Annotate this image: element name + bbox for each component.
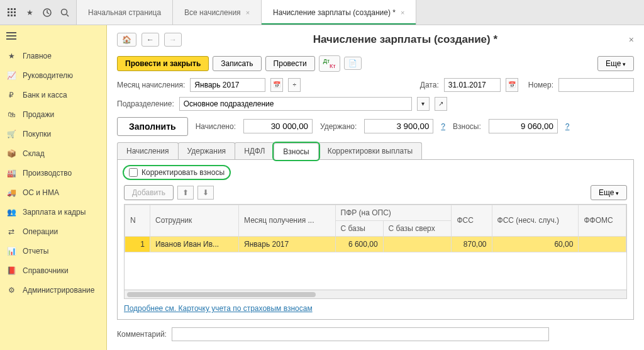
post-button[interactable]: Провести [265, 56, 315, 71]
sidebar-item-payroll[interactable]: 👥Зарплата и кадры [0, 203, 106, 222]
truck-icon: 🚚 [6, 188, 16, 198]
accrued-field[interactable] [243, 119, 313, 133]
tab-corrections[interactable]: Корректировки выплаты [318, 142, 422, 159]
more-button[interactable]: Еще [597, 56, 634, 71]
tab-contributions[interactable]: Взносы [274, 143, 318, 160]
table-row-empty [125, 252, 626, 290]
move-down-icon[interactable]: ⬇ [197, 186, 214, 200]
apps-icon[interactable] [6, 7, 18, 18]
tab-ndfl[interactable]: НДФЛ [235, 142, 274, 159]
close-icon[interactable]: × [629, 35, 634, 45]
open-icon[interactable]: ↗ [435, 97, 447, 111]
people-icon: 👥 [6, 207, 16, 217]
history-icon[interactable] [42, 7, 53, 18]
sidebar-item-purchases[interactable]: 🛒Покупки [0, 125, 106, 144]
col-employee: Сотрудник [150, 205, 239, 236]
sidebar-item-bank[interactable]: ₽Банк и касса [0, 86, 106, 105]
svg-rect-1 [11, 8, 13, 10]
spinner-icon[interactable]: ÷ [288, 78, 301, 92]
svg-rect-2 [14, 8, 16, 10]
dtkt-icon[interactable]: ДтКт [319, 55, 340, 72]
number-label: Номер: [528, 81, 553, 89]
comment-input[interactable] [172, 327, 549, 341]
svg-rect-5 [14, 11, 16, 13]
svg-rect-3 [8, 11, 9, 13]
withheld-field[interactable] [364, 119, 433, 133]
write-button[interactable]: Записать [213, 56, 261, 71]
svg-rect-4 [11, 11, 13, 13]
svg-rect-7 [11, 14, 13, 16]
svg-rect-8 [14, 14, 16, 16]
sidebar-item-reports[interactable]: 📊Отчеты [0, 242, 106, 261]
tab-accruals[interactable]: Начисления [117, 142, 179, 159]
dropdown-icon[interactable]: ▾ [417, 97, 430, 111]
tab-all-accruals[interactable]: Все начисления× [172, 0, 262, 25]
col-month: Месяц получения ... [239, 205, 336, 236]
gear-icon: ⚙ [6, 285, 16, 295]
date-input[interactable] [444, 78, 501, 92]
forward-button[interactable]: → [164, 33, 182, 47]
print-icon[interactable]: 📄 [344, 57, 362, 70]
dept-input[interactable] [179, 97, 412, 111]
tab-label: Начисление зарплаты (создание) * [273, 8, 396, 17]
bag-icon: 🛍 [6, 110, 16, 120]
sidebar-item-operations[interactable]: ⇄Операции [0, 222, 106, 242]
factory-icon: 🏭 [6, 168, 16, 178]
svg-rect-11 [6, 32, 16, 33]
contributions-table[interactable]: N Сотрудник Месяц получения ... ПФР (на … [124, 204, 627, 300]
help-icon[interactable]: ? [441, 122, 445, 131]
move-up-icon[interactable]: ⬆ [177, 186, 194, 200]
tab-withholdings[interactable]: Удержания [178, 142, 236, 159]
sidebar-item-assets[interactable]: 🚚ОС и НМА [0, 183, 106, 203]
search-icon[interactable] [59, 7, 70, 18]
close-icon[interactable]: × [246, 9, 250, 16]
close-icon[interactable]: × [401, 9, 404, 16]
tab-label: Все начисления [184, 8, 241, 17]
svg-rect-13 [6, 38, 16, 40]
sidebar-item-sales[interactable]: 🛍Продажи [0, 105, 106, 125]
contrib-label: Взносы: [453, 122, 481, 131]
col-pfr-over: С базы сверх [383, 220, 452, 236]
tab-label: Начальная страница [88, 8, 161, 17]
month-input[interactable] [190, 78, 265, 92]
tab-start-page[interactable]: Начальная страница [76, 0, 173, 25]
contrib-field[interactable] [489, 119, 558, 133]
col-fss: ФСС [452, 205, 492, 236]
details-link[interactable]: Подробнее см. Карточку учета по страховы… [124, 304, 313, 313]
sidebar-item-production[interactable]: 🏭Производство [0, 164, 106, 183]
svg-rect-12 [6, 35, 16, 37]
sidebar-item-manager[interactable]: 📈Руководителю [0, 66, 106, 86]
number-input[interactable] [558, 78, 634, 92]
comment-label: Комментарий: [117, 330, 167, 339]
checkbox-input[interactable] [129, 168, 138, 177]
book-icon: 📕 [6, 266, 16, 276]
h-scrollbar[interactable] [125, 290, 626, 298]
table-row[interactable]: 1 Иванов Иван Ив... Январь 2017 6 600,00… [125, 236, 626, 252]
menu-icon[interactable] [0, 25, 106, 47]
calendar-icon[interactable]: 📅 [506, 78, 518, 92]
cart-icon: 🛒 [6, 129, 16, 139]
add-button[interactable]: Добавить [124, 185, 174, 200]
ruble-icon: ₽ [6, 90, 16, 100]
star-icon[interactable]: ★ [24, 7, 35, 18]
post-close-button[interactable]: Провести и закрыть [117, 56, 209, 71]
sidebar-item-refs[interactable]: 📕Справочники [0, 261, 106, 281]
dept-label: Подразделение: [117, 99, 174, 108]
sidebar-item-admin[interactable]: ⚙Администрирование [0, 281, 106, 300]
star-icon: ★ [6, 51, 16, 61]
tab-payroll-create[interactable]: Начисление зарплаты (создание) *× [261, 0, 416, 25]
fill-button[interactable]: Заполнить [117, 117, 188, 136]
page-title: Начисление зарплаты (создание) * [187, 33, 624, 46]
box-icon: 📦 [6, 149, 16, 159]
correct-contrib-checkbox[interactable]: Корректировать взносы [124, 166, 230, 179]
sidebar-item-warehouse[interactable]: 📦Склад [0, 144, 106, 164]
calendar-icon[interactable]: 📅 [270, 78, 283, 92]
accrued-label: Начислено: [196, 122, 236, 131]
help-icon[interactable]: ? [565, 122, 570, 131]
more-button[interactable]: Еще [591, 185, 627, 200]
date-label: Дата: [420, 81, 439, 89]
sidebar-item-main[interactable]: ★Главное [0, 47, 106, 66]
home-button[interactable]: 🏠 [117, 33, 136, 47]
back-button[interactable]: ← [142, 33, 159, 47]
ops-icon: ⇄ [6, 227, 16, 237]
